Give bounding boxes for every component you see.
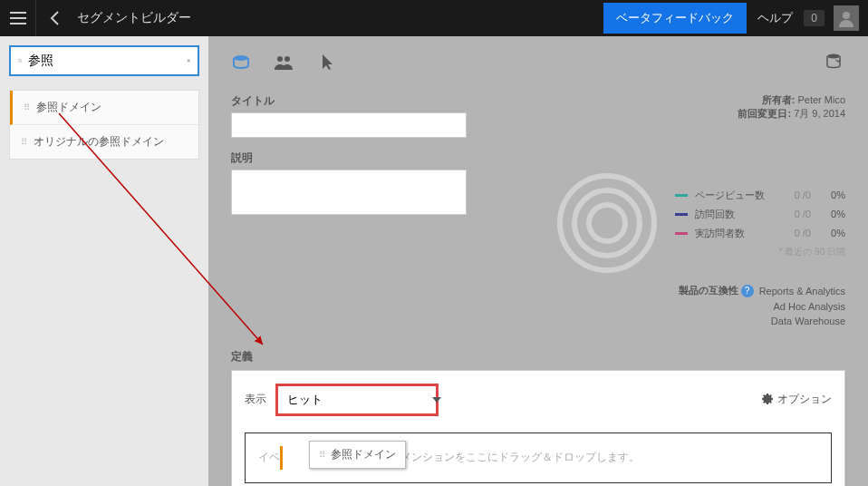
owner-value: Peter Mico bbox=[797, 94, 845, 105]
svg-point-9 bbox=[277, 56, 283, 62]
dropzone-accent bbox=[280, 446, 283, 470]
svg-rect-0 bbox=[10, 12, 26, 14]
drag-handle-icon: ⠿ bbox=[21, 137, 26, 147]
metric-swatch bbox=[675, 194, 688, 197]
menu-button[interactable] bbox=[0, 0, 36, 36]
definition-dropzone[interactable]: イベ ⠿ 参照ドメイン ィメンションをここにドラッグ＆ドロップします。 bbox=[245, 433, 832, 483]
svg-point-10 bbox=[285, 56, 290, 62]
options-button[interactable]: オプション bbox=[759, 391, 832, 408]
svg-point-11 bbox=[827, 54, 840, 59]
drag-handle-icon: ⠿ bbox=[24, 102, 29, 112]
metric-swatch bbox=[675, 213, 688, 216]
title-input[interactable] bbox=[231, 112, 467, 138]
modified-label: 前回変更日: bbox=[738, 108, 791, 119]
compat-products: Reports & Analytics Ad Hoc Analysis Data… bbox=[759, 284, 845, 329]
back-button[interactable] bbox=[36, 10, 72, 26]
dimension-label: オリジナルの参照ドメイン bbox=[34, 134, 164, 150]
clear-icon[interactable] bbox=[187, 54, 191, 67]
page-title: セグメントビルダー bbox=[77, 10, 191, 26]
search-icon bbox=[18, 54, 23, 67]
container-select[interactable]: ヒット bbox=[275, 384, 439, 416]
caret-down-icon bbox=[432, 397, 441, 403]
cursor-icon[interactable] bbox=[316, 52, 336, 75]
audience-icon[interactable] bbox=[274, 52, 294, 75]
help-link[interactable]: ヘルプ bbox=[747, 10, 804, 26]
definition-label: 定義 bbox=[231, 349, 845, 364]
svg-line-5 bbox=[21, 62, 22, 63]
metric-row: 訪問回数 0 /0 0% bbox=[675, 208, 845, 221]
dimension-label: 参照ドメイン bbox=[36, 100, 101, 115]
owner-label: 所有者: bbox=[762, 94, 796, 105]
modified-value: 7月 9, 2014 bbox=[794, 108, 845, 119]
metric-note: * 最近の 90 日間 bbox=[675, 246, 845, 258]
summary-donut bbox=[557, 173, 657, 273]
svg-point-8 bbox=[234, 55, 248, 61]
svg-point-4 bbox=[18, 59, 21, 62]
svg-rect-2 bbox=[10, 23, 26, 24]
search-input[interactable] bbox=[28, 53, 187, 68]
feedback-button[interactable]: ベータフィードバック bbox=[603, 3, 747, 34]
compat-label: 製品の互換性 bbox=[679, 285, 738, 296]
dimension-item[interactable]: ⠿ オリジナルの参照ドメイン bbox=[10, 125, 198, 159]
metric-swatch bbox=[675, 232, 688, 235]
help-icon[interactable]: ? bbox=[741, 285, 754, 297]
segments-icon[interactable] bbox=[231, 52, 251, 75]
drag-chip[interactable]: ⠿ 参照ドメイン bbox=[309, 441, 406, 469]
title-label: タイトル bbox=[231, 93, 738, 109]
datasource-menu[interactable] bbox=[825, 52, 845, 75]
search-input-wrap[interactable] bbox=[9, 45, 199, 76]
metric-row: ページビュー数 0 /0 0% bbox=[675, 189, 845, 202]
metric-row: 実訪問者数 0 /0 0% bbox=[675, 227, 845, 240]
description-label: 説明 bbox=[231, 151, 738, 166]
svg-point-3 bbox=[843, 12, 850, 19]
notification-badge[interactable]: 0 bbox=[804, 10, 825, 26]
drag-handle-icon: ⠿ bbox=[319, 450, 325, 460]
gear-icon bbox=[759, 391, 774, 408]
description-input[interactable] bbox=[231, 170, 467, 215]
avatar[interactable] bbox=[834, 5, 859, 31]
svg-rect-1 bbox=[10, 17, 26, 19]
dimension-item[interactable]: ⠿ 参照ドメイン bbox=[10, 91, 198, 125]
show-label: 表示 bbox=[245, 392, 266, 407]
